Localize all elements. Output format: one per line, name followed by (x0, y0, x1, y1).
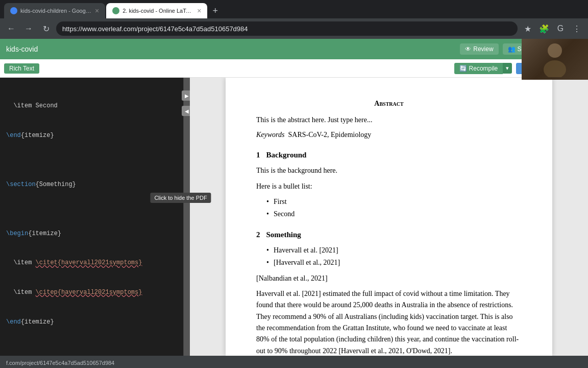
editor-content[interactable]: \item Second \end{itemize} \section{Some… (0, 78, 183, 356)
svg-point-0 (548, 43, 562, 58)
webcam-feed (522, 39, 588, 80)
section-2-header: 2 Something (256, 228, 522, 241)
pdf-panel: Abstract This is the abstract here. Just… (190, 78, 588, 356)
section-1-p2: Here is a bullet list: (256, 181, 522, 192)
editor-line: \end{itemize} (6, 131, 177, 141)
list-item: [Havervall et al., 2021] (266, 257, 522, 268)
webcam-overlay (522, 39, 588, 80)
project-title: kids-covid (6, 45, 38, 53)
more-icon[interactable]: ⋮ (570, 21, 584, 36)
abstract-title: Abstract (256, 98, 522, 109)
section-1-bullets: First Second (266, 196, 522, 220)
section-1-p1: This is the background here. (256, 165, 522, 176)
section-2-bullets: Havervall et al. [2021] [Havervall et al… (266, 245, 522, 269)
editor-panel: \item Second \end{itemize} \section{Some… (0, 78, 184, 356)
extensions-icon[interactable]: 🧩 (537, 21, 551, 36)
tab2-close[interactable]: × (197, 7, 201, 15)
list-item: Second (266, 209, 522, 220)
person-silhouette (540, 41, 570, 77)
editor-toolbar: Rich Text 🔄 Recompile ▾ ⬇ Download PDF ▾ (0, 59, 588, 78)
section-2-title: Something (266, 228, 301, 241)
editor-line: \end{itemize} (6, 317, 177, 327)
nav-forward[interactable]: → (21, 21, 36, 36)
section-2-nalbandian: [Nalbandian et al., 2021] (256, 273, 522, 284)
nav-back[interactable]: ← (4, 21, 18, 36)
nav-refresh[interactable]: ↻ (39, 21, 53, 36)
editor-line: \item \citet{havervall2021symptoms} (6, 258, 177, 268)
keywords-text: SARS-CoV-2, Epidemiology (288, 131, 371, 139)
section-1-num: 1 (256, 149, 260, 161)
recompile-button[interactable]: 🔄 Recompile (454, 63, 503, 74)
abstract-text: This is the abstract here. Just type her… (256, 114, 522, 126)
tab-inactive[interactable]: kids-covid-children - Google... × (4, 3, 105, 18)
tab1-close[interactable]: × (95, 7, 99, 15)
address-bar-row: ← → ↻ ★ 🧩 G ⋮ (0, 18, 588, 39)
section-1-header: 1 Background (256, 149, 522, 161)
svg-point-1 (544, 60, 566, 77)
section-2-content: Havervall et al. [2021] [Havervall et al… (256, 245, 522, 356)
tab-active[interactable]: 2. kids-covid - Online LaTeX Ed... × (106, 3, 207, 18)
splitter-tooltip: Click to hide the PDF (150, 193, 211, 203)
tab2-title: 2. kids-covid - Online LaTeX Ed... (122, 8, 194, 14)
list-item: First (266, 196, 522, 208)
section-1-title: Background (266, 149, 307, 161)
main-area: \item Second \end{itemize} \section{Some… (0, 78, 588, 356)
status-url: f.com/project/6147e5c4a7d5ad510657d984 (6, 360, 114, 366)
new-tab-button[interactable]: + (208, 6, 222, 16)
panel-splitter[interactable]: Click to hide the PDF ▶ ◀ (184, 78, 190, 356)
keywords-label: Keywords (256, 131, 284, 139)
section-2-main-para: Havervall et al. [2021] estimated the fu… (256, 288, 522, 356)
tab1-title: kids-covid-children - Google... (20, 8, 92, 14)
review-button[interactable]: 👁 Review (460, 43, 498, 55)
section-2-num: 2 (256, 228, 260, 241)
section-1-content: This is the background here. Here is a b… (256, 165, 522, 220)
editor-line: \section{Something} (6, 180, 177, 190)
tab1-favicon (10, 7, 17, 14)
overleaf-header: kids-covid 👁 Review 👥 Share 📤 Submit (0, 39, 588, 59)
editor-line: \item \citep{havervall2021symptoms} (6, 288, 177, 297)
keywords-line: Keywords SARS-CoV-2, Epidemiology (256, 129, 522, 141)
pdf-viewer[interactable]: Abstract This is the abstract here. Just… (226, 78, 552, 356)
list-item: Havervall et al. [2021] (266, 245, 522, 256)
grammarly-icon[interactable]: G (553, 21, 568, 36)
editor-line: \item Second (6, 101, 177, 111)
editor-line: \begin{itemize} (6, 229, 177, 239)
rich-text-tab[interactable]: Rich Text (4, 63, 39, 74)
recompile-dropdown[interactable]: ▾ (503, 63, 512, 74)
browser-chrome: kids-covid-children - Google... × 2. kid… (0, 0, 588, 39)
toolbar-icons: ★ 🧩 G ⋮ (521, 21, 584, 36)
bookmark-icon[interactable]: ★ (521, 21, 535, 36)
status-bar: f.com/project/6147e5c4a7d5ad510657d984 (0, 356, 588, 368)
address-input[interactable] (56, 21, 518, 36)
tab-bar: kids-covid-children - Google... × 2. kid… (0, 0, 588, 18)
tab2-favicon (112, 7, 119, 14)
